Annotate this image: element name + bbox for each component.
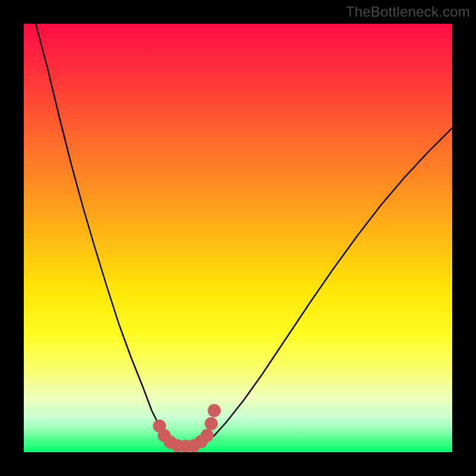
chart-frame: TheBottleneck.com: [0, 0, 476, 476]
watermark-label: TheBottleneck.com: [346, 4, 470, 20]
chart-svg: [24, 24, 452, 452]
curve-marker: [208, 404, 221, 417]
curve-marker: [205, 417, 218, 430]
curve-right: [208, 128, 452, 440]
curve-left: [36, 24, 167, 440]
plot-area: [24, 24, 452, 452]
marker-group: [153, 404, 221, 452]
curve-marker: [201, 429, 214, 442]
